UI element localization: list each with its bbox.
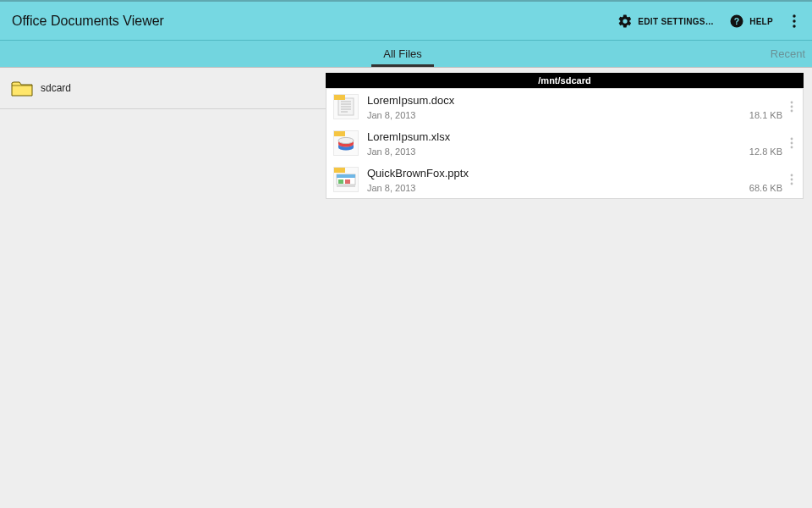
file-date: Jan 8, 2013	[367, 110, 416, 120]
help-icon: ?	[729, 14, 744, 29]
more-vert-icon	[793, 14, 796, 28]
svg-point-18	[791, 146, 793, 149]
file-date: Jan 8, 2013	[367, 146, 416, 157]
file-icon-xlsx	[333, 130, 359, 156]
svg-point-4	[793, 25, 795, 27]
more-vert-icon	[790, 174, 793, 185]
file-tag-icon	[334, 168, 345, 173]
content: /mnt/sdcard LoremIpsum.docx	[326, 68, 812, 508]
app-title: Office Documents Viewer	[12, 14, 164, 29]
file-name: QuickBrownFox.pptx	[367, 167, 782, 181]
sidebar-divider	[0, 108, 326, 109]
svg-rect-23	[337, 185, 355, 187]
tab-all-files-label: All Files	[380, 47, 425, 60]
file-row[interactable]: LoremIpsum.xlsx Jan 8, 2013 12.8 KB	[326, 125, 804, 163]
edit-settings-label: EDIT SETTINGS…	[638, 17, 714, 26]
svg-point-26	[791, 183, 793, 185]
main: sdcard /mnt/sdcard	[0, 68, 812, 508]
more-vert-icon	[790, 137, 793, 149]
file-tag-icon	[334, 131, 345, 136]
svg-rect-21	[338, 179, 343, 184]
sidebar-folder-sdcard[interactable]: sdcard	[0, 75, 326, 102]
svg-point-13	[791, 110, 793, 113]
svg-point-12	[791, 106, 793, 108]
tab-active-indicator	[371, 64, 434, 67]
tabbar: All Files Recent	[0, 41, 812, 68]
file-size: 18.1 KB	[739, 110, 782, 120]
file-row-overflow-button[interactable]	[786, 174, 798, 185]
svg-point-25	[791, 179, 793, 181]
file-row-overflow-button[interactable]	[786, 101, 798, 113]
file-list: LoremIpsum.docx Jan 8, 2013 18.1 KB	[326, 88, 804, 199]
sidebar-folder-label: sdcard	[41, 82, 71, 94]
svg-point-16	[791, 138, 793, 141]
file-row-overflow-button[interactable]	[786, 137, 798, 149]
appbar: Office Documents Viewer EDIT SETTINGS… ?…	[0, 0, 812, 41]
svg-rect-22	[345, 179, 350, 184]
path-bar: /mnt/sdcard	[326, 73, 804, 88]
svg-point-15	[338, 138, 354, 144]
file-icon-pptx	[333, 167, 359, 192]
folder-icon	[10, 78, 34, 98]
file-icon-docx	[333, 94, 359, 119]
file-row[interactable]: QuickBrownFox.pptx Jan 8, 2013 68.6 KB	[326, 162, 804, 199]
file-name: LoremIpsum.xlsx	[367, 130, 782, 145]
tab-all-files[interactable]: All Files	[380, 41, 425, 67]
file-size: 12.8 KB	[739, 146, 782, 157]
svg-point-17	[791, 142, 793, 145]
svg-point-3	[793, 19, 795, 22]
svg-point-2	[793, 14, 795, 17]
file-row[interactable]: LoremIpsum.docx Jan 8, 2013 18.1 KB	[326, 88, 804, 126]
file-name: LoremIpsum.docx	[367, 94, 782, 108]
file-tag-icon	[334, 95, 345, 100]
more-vert-icon	[790, 101, 793, 113]
appbar-overflow-button[interactable]	[787, 14, 802, 28]
help-button[interactable]: ? HELP	[729, 14, 773, 29]
file-size: 68.6 KB	[739, 183, 782, 193]
svg-point-24	[791, 174, 793, 177]
svg-text:?: ?	[734, 16, 739, 26]
svg-point-11	[791, 102, 793, 104]
sidebar: sdcard	[0, 68, 326, 508]
file-date: Jan 8, 2013	[367, 183, 416, 193]
tab-recent[interactable]: Recent	[771, 47, 805, 60]
help-label: HELP	[749, 17, 773, 26]
gear-icon	[617, 14, 633, 29]
svg-rect-20	[337, 174, 355, 178]
edit-settings-button[interactable]: EDIT SETTINGS…	[617, 14, 714, 29]
